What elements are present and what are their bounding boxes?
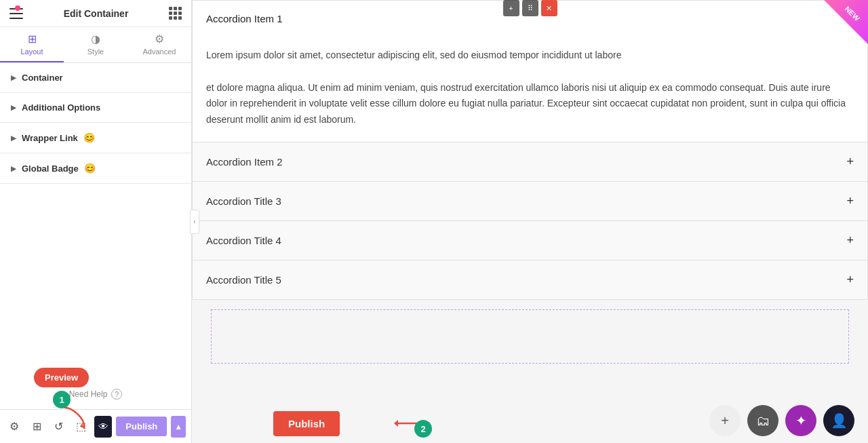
header-left	[9, 8, 23, 19]
fab-dark-btn[interactable]: 👤	[823, 405, 854, 436]
chevron-right-icon-3: ▶	[11, 134, 16, 142]
bottom-bar: Preview 1 ⚙ ⊞ ↺ ⬚ 👁 Publish ▲	[0, 409, 191, 443]
chevron-right-icon: ▶	[11, 74, 16, 81]
floating-publish-button[interactable]: Publish	[273, 411, 340, 436]
publish-button[interactable]: Publish	[116, 417, 167, 436]
eye-icon-btn[interactable]: 👁	[94, 416, 113, 438]
chevron-up-button[interactable]: ▲	[171, 416, 186, 438]
section-global-header: ▶ Global Badge 😊	[0, 153, 191, 183]
preview-bubble: Preview	[34, 368, 89, 387]
panel-header: Edit Container	[0, 0, 191, 27]
style-icon: ◑	[91, 34, 100, 45]
accordion-plus-4: +	[846, 233, 854, 248]
accordion-item-2[interactable]: Accordion Item 2 +	[193, 142, 867, 182]
section-wrapper-header: ▶ Wrapper Link 😊	[0, 123, 191, 153]
arrow-1-icon	[58, 404, 92, 431]
grid-icon[interactable]	[169, 7, 182, 20]
panel-tabs: ⊞ Layout ◑ Style ⚙ Advanced	[0, 27, 191, 63]
accordion-header-3[interactable]: Accordion Title 3 +	[193, 182, 867, 220]
section-container[interactable]: ▶ Container	[0, 63, 191, 93]
toolbar-close-btn[interactable]: ✕	[541, 0, 557, 16]
step-2-badge: 2	[414, 420, 432, 438]
accordion-plus-2: +	[846, 155, 854, 169]
left-panel: Edit Container ⊞ Layout ◑ Style ⚙ Advanc…	[0, 0, 192, 443]
fab-folder-btn[interactable]: 🗂	[747, 405, 778, 436]
help-icon: ?	[111, 389, 122, 400]
online-dot	[15, 5, 20, 11]
accordion-header-5[interactable]: Accordion Title 5 +	[193, 261, 867, 299]
accordion-item-5[interactable]: Accordion Title 5 +	[193, 261, 867, 299]
collapse-handle[interactable]: ‹	[190, 210, 199, 234]
need-help-section[interactable]: Need Help ?	[0, 379, 191, 409]
chevron-right-icon-4: ▶	[11, 165, 16, 172]
section-additional-header: ▶ Additional Options	[0, 93, 191, 122]
svg-marker-1	[394, 420, 398, 427]
accordion-widget: Accordion Item 1 Lorem ipsum dolor sit a…	[192, 0, 868, 300]
section-container-header: ▶ Container	[0, 63, 191, 92]
tab-style[interactable]: ◑ Style	[64, 27, 127, 62]
layers-icon-btn[interactable]: ⊞	[28, 416, 46, 438]
toolbar-move-btn[interactable]: ⠿	[522, 0, 538, 16]
layout-icon: ⊞	[28, 34, 37, 45]
accordion-header-4[interactable]: Accordion Title 4 +	[193, 221, 867, 260]
accordion-item-4[interactable]: Accordion Title 4 +	[193, 221, 867, 261]
step-1-badge: 1	[53, 391, 71, 408]
empty-drop-area	[211, 309, 849, 364]
accordion-header-2[interactable]: Accordion Item 2 +	[193, 142, 867, 181]
right-panel: + ⠿ ✕ NEW Accordion Item 1 Lorem ipsum d…	[192, 0, 868, 443]
accordion-body-1: Lorem ipsum dolor sit amet, consectetur …	[193, 37, 867, 142]
advanced-icon: ⚙	[155, 34, 164, 45]
tab-advanced[interactable]: ⚙ Advanced	[127, 27, 191, 62]
chevron-right-icon-2: ▶	[11, 104, 16, 111]
accordion-item-1[interactable]: Accordion Item 1 Lorem ipsum dolor sit a…	[193, 1, 867, 142]
fab-purple-btn[interactable]: ✦	[785, 405, 816, 436]
section-global-badge[interactable]: ▶ Global Badge 😊	[0, 153, 191, 184]
accordion-plus-5: +	[846, 273, 854, 287]
panel-title: Edit Container	[64, 8, 129, 19]
section-additional-options[interactable]: ▶ Additional Options	[0, 93, 191, 123]
tab-layout[interactable]: ⊞ Layout	[0, 27, 64, 62]
panel-sections: ▶ Container ▶ Additional Options ▶ Wrapp…	[0, 63, 191, 379]
wrapper-badge: 😊	[83, 132, 95, 143]
accordion-item-3[interactable]: Accordion Title 3 +	[193, 182, 867, 221]
settings-icon-btn[interactable]: ⚙	[5, 416, 24, 438]
accordion-plus-3: +	[846, 194, 854, 208]
toolbar-add-btn[interactable]: +	[503, 0, 519, 16]
widget-toolbar: + ⠿ ✕	[503, 0, 557, 16]
fab-add-btn[interactable]: +	[709, 405, 741, 436]
right-bottom-fabs: + 🗂 ✦ 👤	[709, 405, 854, 436]
section-wrapper-link[interactable]: ▶ Wrapper Link 😊	[0, 123, 191, 153]
global-badge-icon: 😊	[84, 163, 96, 174]
